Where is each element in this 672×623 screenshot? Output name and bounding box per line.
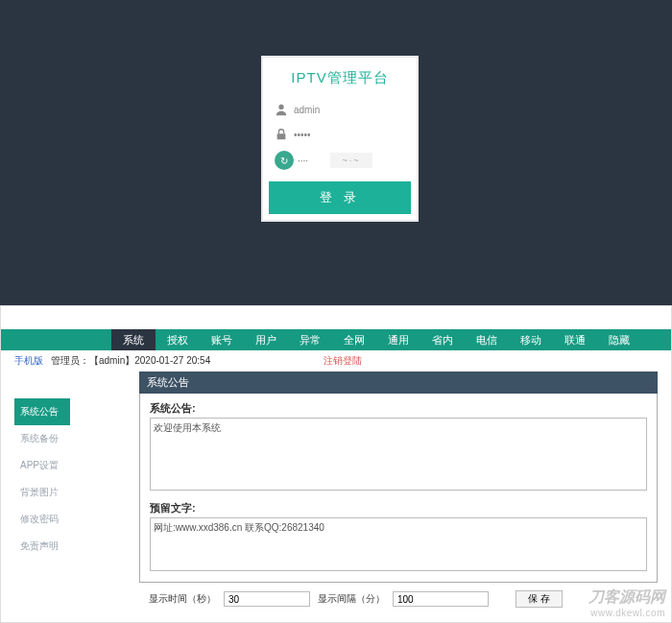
display-time-input[interactable] xyxy=(224,591,310,607)
save-button[interactable]: 保 存 xyxy=(516,590,563,608)
info-bar: 手机版 管理员：【admin】2020-01-27 20:54 注销登陆 xyxy=(1,350,671,371)
captcha-icon: ↻ xyxy=(275,151,294,170)
main-nav: 系统 授权 账号 用户 异常 全网 通用 省内 电信 移动 联通 隐藏 xyxy=(1,329,671,350)
password-row xyxy=(269,122,411,147)
lock-icon xyxy=(275,128,288,141)
nav-general[interactable]: 通用 xyxy=(376,329,420,350)
login-title: IPTV管理平台 xyxy=(269,63,411,97)
nav-province[interactable]: 省内 xyxy=(420,329,465,350)
admin-body: 系统公告 系统备份 APP设置 背景图片 修改密码 免责声明 系统公告 系统公告… xyxy=(1,371,671,613)
announcement-label: 系统公告: xyxy=(150,401,647,416)
sidebar-app-settings[interactable]: APP设置 xyxy=(14,452,70,479)
nav-account[interactable]: 账号 xyxy=(200,329,244,350)
captcha-image[interactable]: ~·~ xyxy=(330,153,372,168)
admin-info: 管理员：【admin】2020-01-27 20:54 xyxy=(51,354,210,368)
username-row xyxy=(269,97,411,122)
nav-user[interactable]: 用户 xyxy=(244,329,288,350)
login-button[interactable]: 登 录 xyxy=(269,181,411,214)
svg-point-0 xyxy=(278,105,283,109)
nav-system[interactable]: 系统 xyxy=(111,329,156,350)
sidebar-disclaimer[interactable]: 免责声明 xyxy=(14,533,70,560)
announcement-textarea[interactable] xyxy=(150,418,647,491)
password-input[interactable] xyxy=(294,130,405,140)
sidebar-announcement[interactable]: 系统公告 xyxy=(14,398,70,425)
reserved-label: 预留文字: xyxy=(150,501,647,515)
admin-panel: 系统 授权 账号 用户 异常 全网 通用 省内 电信 移动 联通 隐藏 手机版 … xyxy=(0,305,672,623)
phone-version-link[interactable]: 手机版 xyxy=(14,354,43,368)
reserved-textarea[interactable] xyxy=(150,517,647,571)
panel-header: 系统公告 xyxy=(139,371,658,394)
username-input[interactable] xyxy=(294,105,405,115)
nav-exception[interactable]: 异常 xyxy=(288,329,332,350)
nav-auth[interactable]: 授权 xyxy=(156,329,200,350)
panel-body: 系统公告: 预留文字: xyxy=(139,394,658,583)
nav-hidden[interactable]: 隐藏 xyxy=(597,329,641,350)
nav-mobile[interactable]: 移动 xyxy=(509,329,553,350)
bottom-controls: 显示时间（秒） 显示间隔（分） 保 存 xyxy=(139,585,658,613)
display-time-label: 显示时间（秒） xyxy=(149,592,216,606)
login-background: IPTV管理平台 ↻ ~·~ 登 录 xyxy=(0,0,672,305)
captcha-row: ↻ ~·~ xyxy=(269,147,411,174)
display-interval-input[interactable] xyxy=(393,591,489,607)
svg-rect-1 xyxy=(277,133,286,139)
user-icon xyxy=(275,103,288,116)
logout-link[interactable]: 注销登陆 xyxy=(324,354,362,368)
admin-topbar xyxy=(1,306,671,329)
nav-unicom[interactable]: 联通 xyxy=(553,329,597,350)
captcha-input[interactable] xyxy=(298,156,326,166)
sidebar-password[interactable]: 修改密码 xyxy=(14,506,70,533)
nav-telecom[interactable]: 电信 xyxy=(465,329,509,350)
main-content: 系统公告 系统公告: 预留文字: 显示时间（秒） 显示间隔（分） 保 存 xyxy=(139,371,658,613)
sidebar: 系统公告 系统备份 APP设置 背景图片 修改密码 免责声明 xyxy=(14,371,70,613)
nav-allnet[interactable]: 全网 xyxy=(332,329,376,350)
display-interval-label: 显示间隔（分） xyxy=(318,592,385,606)
sidebar-background[interactable]: 背景图片 xyxy=(14,479,70,506)
sidebar-backup[interactable]: 系统备份 xyxy=(14,425,70,452)
login-dialog: IPTV管理平台 ↻ ~·~ 登 录 xyxy=(261,56,419,222)
